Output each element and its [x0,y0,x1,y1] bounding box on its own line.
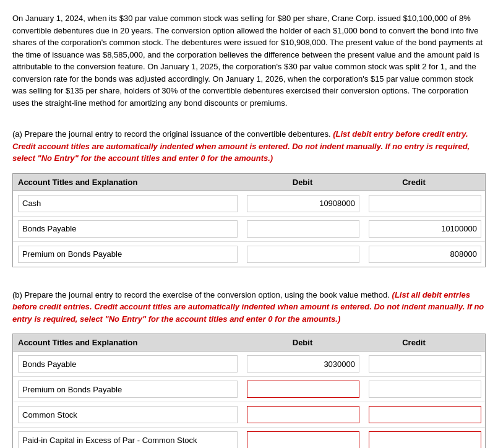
account-input-b4[interactable] [18,431,238,448]
debit-input-b4[interactable] [247,431,359,448]
credit-input-a3[interactable] [369,246,481,263]
table-b: Account Titles and Explanation Debit Cre… [12,334,486,448]
credit-input-b3[interactable] [369,406,481,423]
question-b-text: (b) Prepare the journal entry to record … [12,289,486,325]
table-row [13,191,485,217]
account-input-a2[interactable] [18,220,238,238]
header-account-b: Account Titles and Explanation [18,338,247,347]
credit-input-b4[interactable] [369,431,481,448]
question-a-text: (a) Prepare the journal entry to record … [12,128,486,165]
credit-input-b1[interactable] [369,355,481,373]
table-row [13,242,485,267]
debit-input-b3[interactable] [247,406,359,423]
table-row [13,217,485,242]
credit-input-a1[interactable] [369,195,481,212]
credit-input-a2[interactable] [369,220,481,238]
table-row [13,402,485,428]
debit-input-b1[interactable] [247,355,359,373]
table-row [13,377,485,402]
table-a-header: Account Titles and Explanation Debit Cre… [13,174,485,191]
credit-input-b2[interactable] [369,381,481,398]
header-account-a: Account Titles and Explanation [18,178,247,187]
header-debit-a: Debit [247,178,358,187]
intro-paragraph: On January 1, 2024, when its $30 par val… [12,12,486,109]
debit-input-b2[interactable] [247,381,359,398]
account-input-a3[interactable] [18,246,238,263]
account-input-b3[interactable] [18,406,238,423]
account-input-b1[interactable] [18,355,238,373]
debit-input-a3[interactable] [247,246,359,263]
header-credit-b: Credit [358,338,470,347]
question-b-prefix: (b) Prepare the journal entry to record … [12,290,390,299]
account-input-b2[interactable] [18,381,238,398]
table-row [13,428,485,448]
debit-input-a1[interactable] [247,195,359,212]
table-a: Account Titles and Explanation Debit Cre… [12,173,486,267]
question-a-prefix: (a) Prepare the journal entry to record … [12,129,331,139]
table-b-header: Account Titles and Explanation Debit Cre… [13,334,485,351]
header-debit-b: Debit [247,338,358,347]
table-row [13,351,485,377]
debit-input-a2[interactable] [247,220,359,238]
account-input-a1[interactable] [18,195,238,212]
header-credit-a: Credit [358,178,470,187]
